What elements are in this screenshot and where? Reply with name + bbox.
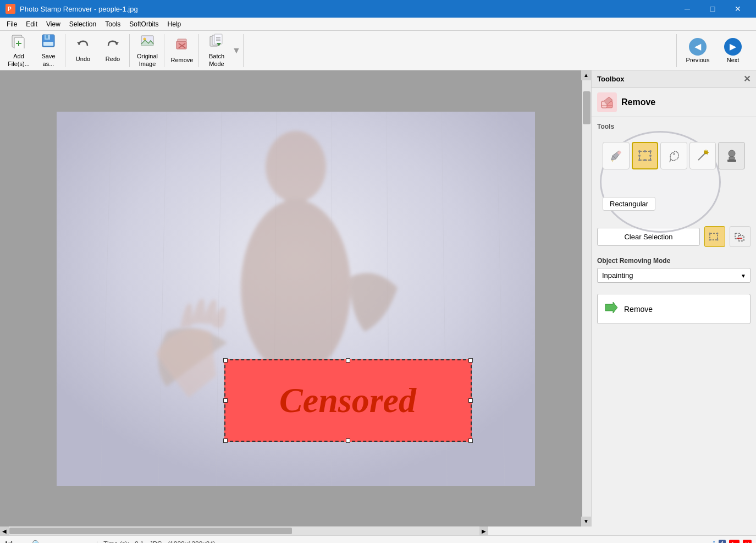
selection-handle-bottom-right[interactable] (468, 438, 473, 443)
previous-arrow-icon: ◀ (689, 38, 707, 56)
svg-line-56 (707, 153, 708, 155)
clear-selection-button[interactable]: Clear Selection (597, 228, 700, 246)
active-tool-label: Rectangular (603, 197, 655, 211)
svg-point-47 (644, 159, 646, 161)
scroll-up-button[interactable]: ▲ (581, 70, 591, 80)
hscroll-track[interactable] (9, 527, 479, 535)
toolbar-edit-group: Undo Redo (67, 34, 130, 67)
time-label: Time (s): (103, 540, 129, 544)
save-as-button[interactable]: Saveas... (34, 35, 63, 66)
maximize-button[interactable]: □ (700, 0, 725, 18)
toolbox-close-button[interactable]: ✕ (743, 74, 751, 84)
info-icon[interactable]: ℹ (713, 540, 715, 544)
menu-file[interactable]: File (2, 18, 21, 30)
menu-view[interactable]: View (42, 18, 65, 30)
svg-point-46 (644, 150, 646, 152)
new-selection-mode-button[interactable] (704, 226, 725, 247)
youtube2-icon[interactable]: y (743, 540, 752, 544)
title-bar-left: P Photo Stamp Remover - people-1.jpg (5, 4, 138, 14)
vscroll-thumb[interactable] (583, 91, 591, 124)
menu-selection[interactable]: Selection (65, 18, 101, 30)
removing-mode-select[interactable]: InpaintingContent-Aware FillSimple Fill (597, 268, 751, 283)
selection-handle-top-left[interactable] (223, 358, 228, 363)
selection-handle-bottom-left[interactable] (223, 438, 228, 443)
toolbar-view-group: OriginalImage (131, 34, 164, 67)
close-button[interactable]: ✕ (725, 0, 751, 18)
mode-select-wrapper: InpaintingContent-Aware FillSimple Fill … (597, 268, 751, 283)
hscroll-left-btn[interactable]: ◀ (0, 526, 9, 535)
remove-label: Remove (171, 57, 194, 64)
undo-button[interactable]: Undo (69, 35, 97, 66)
svg-marker-10 (77, 42, 80, 45)
image-area[interactable]: ▲ (0, 70, 591, 526)
batch-mode-button[interactable]: BatchMode (202, 35, 231, 66)
remove-header: Remove (592, 88, 756, 117)
stamp-tool-button[interactable] (718, 142, 745, 169)
previous-button[interactable]: ◀ Previous (681, 35, 714, 66)
selection-mode-row: Clear Selection (592, 222, 756, 251)
original-image-label: OriginalImage (137, 53, 158, 67)
menu-softorbits[interactable]: SoftOrbits (125, 18, 163, 30)
toolbar-batch-group: BatchMode ▼ (200, 34, 244, 67)
remove-action-label: Remove (624, 305, 653, 314)
selection-box[interactable] (224, 359, 472, 442)
window-controls: ─ □ ✕ (675, 0, 751, 18)
tools-grid (603, 142, 745, 169)
rectangular-select-tool-button[interactable] (632, 142, 659, 169)
tools-circle-container: Rectangular (597, 134, 751, 216)
lasso-tool-button[interactable] (660, 142, 687, 169)
selection-handle-top-right[interactable] (468, 358, 473, 363)
hscroll-right-btn[interactable]: ▶ (479, 526, 488, 535)
selection-handle-middle-left[interactable] (223, 398, 228, 403)
save-as-label: Saveas... (41, 53, 55, 67)
svg-point-57 (729, 150, 735, 157)
more-options-button[interactable]: ▼ (232, 46, 241, 56)
menu-edit[interactable]: Edit (21, 18, 42, 30)
vertical-scrollbar[interactable]: ▲ ▼ (582, 70, 591, 526)
toolbar-remove-group: Remove (165, 34, 199, 67)
menu-help[interactable]: Help (163, 18, 186, 30)
object-removing-mode-label: Object Removing Mode (597, 257, 751, 265)
selection-handle-middle-right[interactable] (468, 398, 473, 403)
zoom-icon[interactable]: 🔍 (32, 540, 41, 544)
svg-line-55 (704, 151, 705, 152)
toolbar: AddFile(s)... Saveas... Undo (0, 31, 756, 70)
svg-rect-59 (727, 160, 736, 162)
active-tool-label-container: Rectangular (603, 191, 745, 211)
remove-action-button[interactable]: Remove (597, 294, 751, 324)
previous-label: Previous (686, 57, 710, 63)
status-bar-right: ℹ f ▶ y (713, 540, 752, 544)
hscroll-thumb[interactable] (9, 528, 292, 534)
selection-handle-bottom-middle[interactable] (346, 438, 350, 443)
menu-tools[interactable]: Tools (101, 18, 125, 30)
redo-button[interactable]: Redo (98, 35, 127, 66)
canvas-container: Censored (57, 112, 535, 486)
pencil-tool-button[interactable] (603, 142, 630, 169)
remove-toolbar-icon (174, 37, 190, 56)
svg-marker-68 (605, 302, 617, 313)
youtube-icon[interactable]: ▶ (729, 540, 740, 544)
svg-point-43 (649, 150, 652, 152)
menu-bar: File Edit View Selection Tools SoftOrbit… (0, 18, 756, 31)
svg-marker-11 (115, 42, 119, 45)
minimize-button[interactable]: ─ (675, 0, 700, 18)
svg-rect-8 (43, 42, 53, 46)
undo-icon (75, 38, 91, 54)
scroll-down-button[interactable]: ▼ (581, 517, 591, 526)
selection-handle-top-middle[interactable] (346, 358, 350, 363)
window-title: Photo Stamp Remover - people-1.jpg (20, 5, 138, 13)
original-image-icon (140, 33, 155, 52)
next-button[interactable]: ▶ Next (716, 35, 749, 66)
remove-title: Remove (621, 97, 655, 107)
original-image-button[interactable]: OriginalImage (133, 35, 162, 66)
svg-point-34 (266, 131, 326, 202)
remove-toolbar-button[interactable]: Remove (168, 35, 196, 66)
zoom-level: 1:1 (4, 540, 26, 544)
subtract-selection-mode-button[interactable] (730, 226, 751, 247)
horizontal-scrollbar[interactable]: ◀ ▶ (0, 526, 488, 535)
add-files-button[interactable]: AddFile(s)... (4, 35, 33, 66)
facebook-icon[interactable]: f (719, 540, 726, 544)
add-files-label: AddFile(s)... (8, 53, 30, 67)
redo-icon (105, 38, 120, 54)
magic-wand-tool-button[interactable] (689, 142, 716, 169)
